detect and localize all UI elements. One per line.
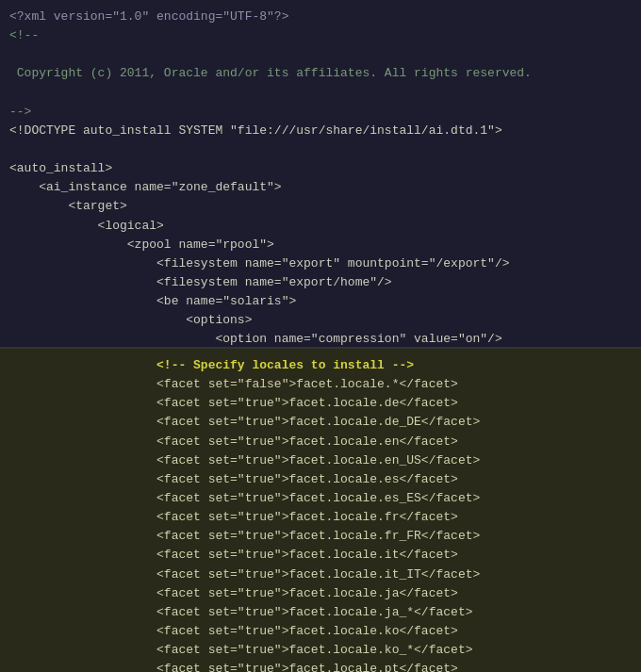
code-line: <!-- Specify locales to install --> [9, 356, 632, 375]
top-code-section: <?xml version="1.0" encoding="UTF-8"?><!… [0, 0, 641, 349]
code-line: --> [9, 103, 632, 122]
code-line: <options> [9, 311, 632, 330]
code-line: <facet set="true">facet.locale.pt</facet… [9, 660, 632, 672]
code-line: <facet set="true">facet.locale.ja_*</fac… [9, 603, 632, 622]
code-line: <facet set="true">facet.locale.it</facet… [9, 546, 632, 565]
code-line: <facet set="true">facet.locale.fr_FR</fa… [9, 527, 632, 546]
code-line: <!-- [9, 26, 632, 45]
code-line: <facet set="true">facet.locale.de</facet… [9, 394, 632, 413]
code-line: <facet set="true">facet.locale.it_IT</fa… [9, 565, 632, 584]
bottom-code-section: <!-- Specify locales to install --> <fac… [0, 349, 641, 672]
editor-container: <?xml version="1.0" encoding="UTF-8"?><!… [0, 0, 641, 672]
code-line: <option name="compression" value="on"/> [9, 330, 632, 349]
code-line: <facet set="true">facet.locale.es</facet… [9, 470, 632, 489]
code-line: <?xml version="1.0" encoding="UTF-8"?> [9, 8, 632, 26]
code-line: <facet set="true">facet.locale.ja</facet… [9, 584, 632, 603]
code-line: <filesystem name="export/home"/> [9, 273, 632, 292]
code-line: <facet set="true">facet.locale.ko</facet… [9, 622, 632, 641]
code-line: <facet set="true">facet.locale.en</facet… [9, 433, 632, 451]
code-line: <target> [9, 197, 632, 216]
code-line: <zpool name="rpool"> [9, 236, 632, 254]
code-line: <facet set="true">facet.locale.es_ES</fa… [9, 489, 632, 508]
code-line: <facet set="true">facet.locale.ko_*</fac… [9, 641, 632, 660]
code-line: <facet set="false">facet.locale.*</facet… [9, 375, 632, 394]
code-line: <logical> [9, 217, 632, 236]
code-line: <facet set="true">facet.locale.fr</facet… [9, 508, 632, 527]
code-line: <!DOCTYPE auto_install SYSTEM "file:///u… [9, 122, 632, 140]
code-line: <facet set="true">facet.locale.en_US</fa… [9, 451, 632, 470]
code-line: <facet set="true">facet.locale.de_DE</fa… [9, 413, 632, 432]
code-line: <auto_install> [9, 159, 632, 178]
code-line: <filesystem name="export" mountpoint="/e… [9, 254, 632, 273]
code-line [9, 84, 632, 103]
code-line: <be name="solaris"> [9, 292, 632, 311]
code-line: <ai_instance name="zone_default"> [9, 178, 632, 197]
code-line: Copyright (c) 2011, Oracle and/or its af… [9, 64, 632, 83]
code-line [9, 45, 632, 64]
code-line [9, 140, 632, 159]
